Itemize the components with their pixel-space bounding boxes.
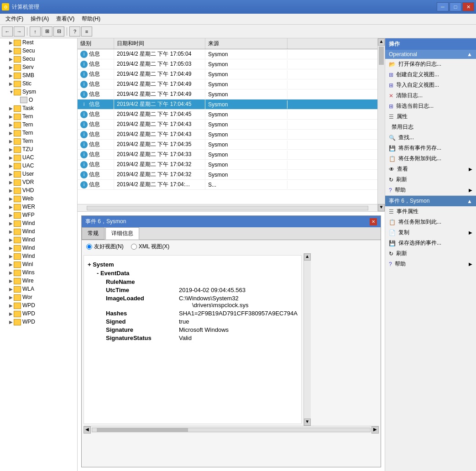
menu-file[interactable]: 文件(F) <box>2 14 27 24</box>
table-row[interactable]: i信息 2019/4/2 星期二 下午 17:04:49 Sysmon <box>78 89 377 99</box>
sidebar-item-wla[interactable]: ▶ WLA <box>0 285 77 293</box>
detail-vertical-scrollbar[interactable]: ▲ ▼ <box>303 253 311 426</box>
event-list[interactable]: 级别 日期和时间 来源 i信息 2019/4/2 星期二 下午 17:05:04… <box>78 38 385 212</box>
sidebar-item-wind1[interactable]: ▶ Wind <box>0 219 77 227</box>
sidebar-item-wpd3[interactable]: ▶ WPD <box>0 318 77 326</box>
minimize-button[interactable]: ─ <box>437 2 449 11</box>
action-disable-log[interactable]: 禁用日志 <box>385 122 476 132</box>
xml-view-option[interactable]: XML 视图(X) <box>131 243 170 251</box>
sidebar-item-wind3[interactable]: ▶ Wind <box>0 236 77 244</box>
help-button[interactable]: ? <box>69 26 80 37</box>
event-section[interactable]: 事件 6，Sysmon ▲ <box>385 196 476 206</box>
action-save-selected[interactable]: 💾 保存选择的事件... <box>385 238 476 248</box>
sidebar-item-wind5[interactable]: ▶ Wind <box>0 252 77 260</box>
xml-view-radio[interactable] <box>131 244 137 250</box>
expand-button[interactable]: ⊞ <box>42 26 52 37</box>
sidebar-item-uac1[interactable]: ▶ UAC <box>0 153 77 162</box>
sidebar-item-tern4[interactable]: ▶ Tern <box>0 137 77 145</box>
back-button[interactable]: ← <box>2 26 13 37</box>
action-attach-task[interactable]: 📋 将任务附加到此... <box>385 153 476 164</box>
action-find[interactable]: 🔍 查找... <box>385 132 476 143</box>
table-row[interactable]: i信息 2019/4/2 星期二 下午 17:04:45 Sysmon <box>78 110 377 120</box>
up-button[interactable]: ↑ <box>30 26 41 37</box>
sidebar-item-wpd2[interactable]: ▶ WPD <box>0 309 77 318</box>
event-table-body[interactable]: i信息 2019/4/2 星期二 下午 17:05:04 Sysmon i信息 … <box>78 49 377 204</box>
action-import-view[interactable]: ⊞ 导入自定义视图... <box>385 80 476 90</box>
sidebar-item-secu2[interactable]: ▶ Secu <box>0 55 77 63</box>
vertical-scrollbar[interactable]: ▲ ▼ <box>377 38 385 211</box>
sidebar-item-secu1[interactable]: ▶ Secu <box>0 47 77 55</box>
action-properties[interactable]: ☰ 属性 <box>385 111 476 122</box>
operational-section[interactable]: Operational ▲ <box>385 50 476 59</box>
detail-scroll-track[interactable] <box>304 261 311 419</box>
maximize-button[interactable]: □ <box>450 2 461 11</box>
sidebar-item-task[interactable]: ▶ Task <box>0 104 77 112</box>
sidebar-item-serv[interactable]: ▶ Serv <box>0 63 77 71</box>
table-row[interactable]: i信息 2019/4/2 星期二 下午 17:04:32 Sysmon <box>78 170 377 180</box>
sidebar-item-vhd[interactable]: ▶ VHD <box>0 186 77 194</box>
detail-scroll-down[interactable]: ▼ <box>304 419 311 426</box>
detail-hscroll-right[interactable]: ▶ <box>371 426 379 434</box>
sidebar-item-uac2[interactable]: ▶ UAC <box>0 162 77 170</box>
h-scroll-area[interactable] <box>78 204 377 211</box>
detail-scroll-up[interactable]: ▲ <box>304 253 311 261</box>
sidebar-item-wind2[interactable]: ▶ Wind <box>0 227 77 236</box>
table-row[interactable]: i信息 2019/4/2 星期二 下午 17:04:... S... <box>78 180 377 190</box>
sidebar[interactable]: ▶ Rest ▶ Secu ▶ Secu ▶ Serv ▶ SMB <box>0 38 78 471</box>
sidebar-item-sysm[interactable]: ▼ Sysm <box>0 88 77 96</box>
action-create-view[interactable]: ⊞ 创建自定义视图... <box>385 69 476 80</box>
scroll-thumb[interactable] <box>379 47 384 65</box>
detail-hscroll-thumb[interactable] <box>97 428 188 432</box>
table-row[interactable]: i信息 2019/4/2 星期二 下午 17:04:45 Sysmon <box>78 99 377 110</box>
sidebar-item-wpd1[interactable]: ▶ WPD <box>0 301 77 309</box>
table-row[interactable]: i信息 2019/4/2 星期二 下午 17:04:32 Sysmon <box>78 160 377 170</box>
sidebar-item-tern3[interactable]: ▶ Tern <box>0 129 77 137</box>
sidebar-item-wins[interactable]: ▶ Wins <box>0 268 77 277</box>
table-row[interactable]: i信息 2019/4/2 星期二 下午 17:05:04 Sysmon <box>78 49 377 59</box>
scroll-down-button[interactable]: ▼ <box>378 204 385 211</box>
sidebar-item-user[interactable]: ▶ User <box>0 170 77 178</box>
sidebar-item-rest[interactable]: ▶ Rest <box>0 38 77 47</box>
sidebar-item-wor[interactable]: ▶ Wor <box>0 293 77 301</box>
sidebar-item-stic[interactable]: ▶ Stic <box>0 79 77 88</box>
detail-close-button[interactable]: ✕ <box>370 218 377 225</box>
table-row[interactable]: i信息 2019/4/2 星期二 下午 17:04:49 Sysmon <box>78 79 377 89</box>
col-header-source[interactable]: 来源 <box>205 38 288 49</box>
action-save-all[interactable]: 💾 将所有事件另存... <box>385 143 476 153</box>
action-event-props[interactable]: ☰ 事件属性 <box>385 206 476 217</box>
sidebar-item-wire[interactable]: ▶ Wire <box>0 277 77 285</box>
menu-button[interactable]: ≡ <box>81 26 92 37</box>
action-filter-log[interactable]: ⊞ 筛选当前日志... <box>385 101 476 111</box>
scroll-track[interactable] <box>378 46 385 204</box>
sidebar-item-tern2[interactable]: ▶ Tern <box>0 120 77 129</box>
tab-detail[interactable]: 详细信息 <box>105 227 139 240</box>
menu-help[interactable]: 帮助(H) <box>78 14 104 24</box>
scroll-up-button[interactable]: ▲ <box>378 38 385 46</box>
table-row[interactable]: i信息 2019/4/2 星期二 下午 17:04:49 Sysmon <box>78 69 377 79</box>
action-refresh2[interactable]: ↻ 刷新 <box>385 248 476 259</box>
menu-action[interactable]: 操作(A) <box>27 14 52 24</box>
sidebar-item-wind4[interactable]: ▶ Wind <box>0 244 77 252</box>
action-attach-task2[interactable]: 📋 将任务附加到此... <box>385 217 476 227</box>
detail-h-scroll[interactable]: ◀ ▶ <box>84 426 379 433</box>
sidebar-item-wer[interactable]: ▶ WER <box>0 203 77 211</box>
menu-view[interactable]: 查看(V) <box>52 14 78 24</box>
col-header-level[interactable]: 级别 <box>78 38 114 49</box>
sidebar-item-sysm-o[interactable]: O <box>0 96 77 104</box>
detail-content[interactable]: + System - EventData RuleName UtcTime 20… <box>84 255 302 424</box>
table-row[interactable]: i信息 2019/4/2 星期二 下午 17:04:43 Sysmon <box>78 120 377 130</box>
sidebar-item-web[interactable]: ▶ Web <box>0 194 77 203</box>
detail-hscroll-left[interactable]: ◀ <box>84 426 91 434</box>
action-refresh[interactable]: ↻ 刷新 <box>385 174 476 185</box>
collapse-button[interactable]: ⊟ <box>53 26 64 37</box>
table-row[interactable]: i信息 2019/4/2 星期二 下午 17:05:03 Sysmon <box>78 59 377 69</box>
sidebar-item-winl[interactable]: ▶ Winl <box>0 260 77 268</box>
action-clear-log[interactable]: ✕ 清除日志... <box>385 90 476 101</box>
friendly-view-option[interactable]: 友好视图(N) <box>86 243 124 251</box>
action-view[interactable]: 👁 查看 ▶ <box>385 164 476 174</box>
table-row[interactable]: i信息 2019/4/2 星期二 下午 17:04:43 Sysmon <box>78 130 377 140</box>
action-help[interactable]: ? 帮助 ▶ <box>385 185 476 195</box>
col-header-datetime[interactable]: 日期和时间 <box>114 38 205 49</box>
action-copy[interactable]: 📄 复制 ▶ <box>385 227 476 238</box>
sidebar-item-wfp[interactable]: ▶ WFP <box>0 211 77 219</box>
